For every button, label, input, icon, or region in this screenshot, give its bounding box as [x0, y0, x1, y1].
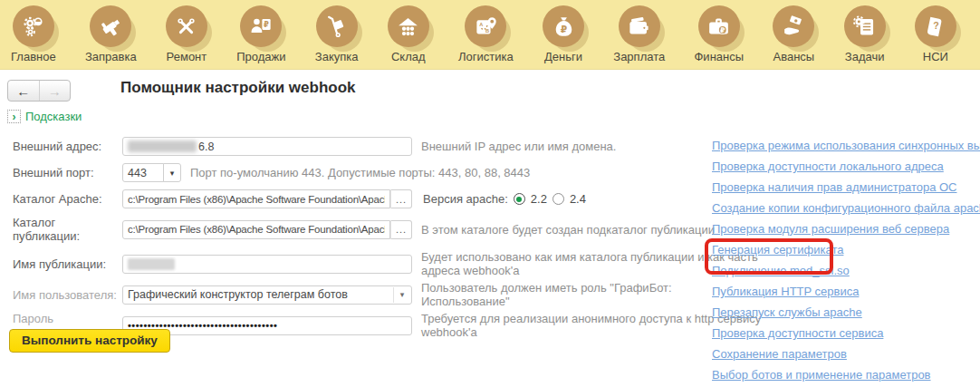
warehouse-icon — [388, 5, 429, 47]
link-save-parameters[interactable]: Сохранение параметров — [712, 347, 980, 361]
publication-dir-hint: В этом каталоге будет создан подкаталог … — [421, 223, 715, 237]
link-apache-config-backup[interactable]: Создание копии конфигурационного файла a… — [712, 201, 980, 215]
redacted-value — [128, 258, 175, 270]
ribbon-item-sales[interactable]: ₽ Продажи — [236, 5, 285, 63]
link-check-webserver-module[interactable]: Проверка модуля расширения веб сервера — [712, 222, 980, 236]
row-publication-dir: Каталог публикации: ... В этом каталоге … — [13, 216, 761, 243]
tasks-icon — [844, 5, 886, 47]
redacted-value — [128, 140, 197, 152]
user-password-hint: Требуется для реализации анонимного дост… — [421, 312, 761, 339]
money-bag-icon: ₽ — [543, 5, 584, 47]
ribbon-item-advances[interactable]: Авансы — [773, 5, 814, 63]
publication-name-label: Имя публикации: — [13, 257, 122, 271]
ribbon-label: Заправка — [85, 50, 137, 63]
route-map-icon: AB — [465, 5, 506, 47]
ribbon-item-main[interactable]: Главное — [11, 5, 56, 63]
sale-person-icon: ₽ — [240, 5, 282, 47]
apache-dir-label: Каталог Apache: — [13, 192, 122, 206]
ribbon-item-finance[interactable]: ₽ Финансы — [694, 5, 744, 63]
ribbon-label: Продажи — [236, 50, 285, 63]
ribbon-label: Деньги — [544, 50, 582, 63]
external-address-label: Внешний адрес: — [13, 140, 122, 153]
wallet-icon — [619, 5, 660, 47]
ribbon-item-repair[interactable]: Ремонт — [166, 5, 207, 63]
ribbon-label: Склад — [391, 50, 426, 63]
publication-name-hint: Будет использовано как имя каталога публ… — [421, 250, 758, 277]
link-check-sync-mode[interactable]: Проверка режима использования синхронных… — [712, 139, 980, 152]
ribbon-label: Авансы — [773, 50, 815, 63]
svg-text:₽: ₽ — [720, 25, 725, 34]
ribbon-item-money[interactable]: ₽ Деньги — [543, 5, 584, 63]
apache-version-radio-24[interactable] — [552, 193, 564, 205]
external-address-value: 6.8 — [198, 140, 214, 153]
link-select-bots-apply[interactable]: Выбор ботов и применение параметров — [712, 368, 980, 382]
external-port-label: Внешний порт: — [13, 166, 122, 179]
tools-icon — [166, 5, 207, 47]
publication-name-input[interactable] — [122, 255, 412, 274]
link-connect-mod-ssl[interactable]: Подключение mod_ssl.so — [712, 264, 980, 277]
row-user-name: Имя пользователя: Графический конструкто… — [13, 281, 761, 308]
publication-dir-input[interactable] — [122, 220, 390, 239]
port-dropdown-button[interactable]: ▾ — [163, 163, 181, 182]
external-address-hint: Внешний IP адрес или имя домена. — [421, 140, 616, 153]
ribbon: Главное Заправка Ремонт ₽ Продажи Закупк… — [0, 0, 980, 70]
svg-text:A: A — [479, 21, 483, 26]
chevron-right-icon: › — [7, 110, 21, 123]
link-generate-certificate[interactable]: Генерация сертификата — [712, 243, 980, 256]
link-restart-apache-service[interactable]: Перезапуск службы apache — [712, 305, 980, 319]
publication-dir-browse-button[interactable]: ... — [390, 220, 412, 239]
ribbon-item-purchase[interactable]: Закупка — [315, 5, 359, 63]
ribbon-label: Задачи — [845, 50, 885, 63]
row-external-port: Внешний порт: 443 ▾ Порт по-умолчанию 44… — [13, 163, 761, 182]
svg-text:₽: ₽ — [264, 19, 269, 28]
row-apache-dir: Каталог Apache: ... Версия apache: 2.2 2… — [13, 189, 761, 208]
forward-button[interactable]: → — [39, 81, 71, 101]
external-port-hint: Порт по-умолчанию 443. Допустимые порты:… — [190, 166, 530, 179]
svg-text:₽: ₽ — [560, 24, 566, 34]
svg-text:?: ? — [934, 20, 940, 31]
ribbon-label: НСИ — [923, 50, 948, 63]
ribbon-item-salary[interactable]: Зарплата — [613, 5, 665, 63]
webhook-settings-form: Внешний адрес: 6.8 Внешний IP адрес или … — [13, 137, 761, 343]
hints-toggle[interactable]: › Подсказки — [7, 110, 82, 123]
ribbon-item-warehouse[interactable]: Склад — [388, 5, 429, 63]
action-links: Проверка режима использования синхронных… — [712, 139, 980, 382]
link-check-admin-rights[interactable]: Проверка наличия прав администратора ОС — [712, 180, 980, 194]
ribbon-item-tasks[interactable]: Задачи — [844, 5, 886, 63]
apache-version-option-24: 2.4 — [570, 192, 586, 206]
back-button[interactable]: ← — [8, 81, 39, 101]
ribbon-item-fuel[interactable]: Заправка — [85, 5, 137, 63]
ribbon-label: Зарплата — [613, 50, 665, 63]
briefcase-icon: ₽ — [698, 5, 740, 47]
hints-label: Подсказки — [25, 110, 82, 123]
ribbon-item-nsi[interactable]: ? НСИ — [915, 5, 956, 63]
ribbon-label: Закупка — [315, 50, 359, 63]
external-port-input[interactable]: 443 — [122, 163, 164, 182]
run-setup-button[interactable]: Выполнить настройку — [9, 329, 170, 353]
publication-dir-label: Каталог публикации: — [13, 216, 122, 243]
apache-version-radio-22[interactable] — [514, 193, 525, 205]
link-check-local-address[interactable]: Проверка доступности локального адреса — [712, 160, 980, 173]
fuel-gun-icon — [90, 5, 131, 47]
apache-dir-input[interactable] — [122, 189, 390, 208]
ribbon-label: Логистика — [458, 50, 514, 63]
book-question-icon: ? — [915, 5, 956, 47]
external-address-input[interactable]: 6.8 — [122, 137, 412, 156]
link-publish-http-service[interactable]: Публикация HTTP сервиса — [712, 285, 980, 298]
row-external-address: Внешний адрес: 6.8 Внешний IP адрес или … — [13, 137, 761, 156]
apache-dir-browse-button[interactable]: ... — [390, 189, 412, 208]
ribbon-item-logistics[interactable]: AB Логистика — [458, 5, 514, 63]
link-check-service-availability[interactable]: Проверка доступности сервиса — [712, 326, 980, 340]
row-publication-name: Имя публикации: Будет использовано как и… — [13, 250, 761, 277]
ribbon-label: Ремонт — [167, 50, 207, 63]
user-name-value: Графический конструктор телеграм ботов — [128, 288, 348, 301]
apache-version-label: Версия apache: — [423, 192, 508, 206]
chevron-down-icon[interactable]: ▾ — [393, 287, 410, 303]
apache-version-option-22: 2.2 — [531, 192, 547, 206]
page-title: Помощник настройки webhook — [120, 79, 355, 97]
nav-history-buttons: ← → — [7, 80, 71, 102]
apache-version-group: Версия apache: 2.2 2.4 — [423, 192, 586, 206]
user-name-label: Имя пользователя: — [13, 288, 122, 302]
user-name-combobox[interactable]: Графический конструктор телеграм ботов ▾ — [122, 285, 412, 305]
gears-icon — [13, 5, 54, 47]
